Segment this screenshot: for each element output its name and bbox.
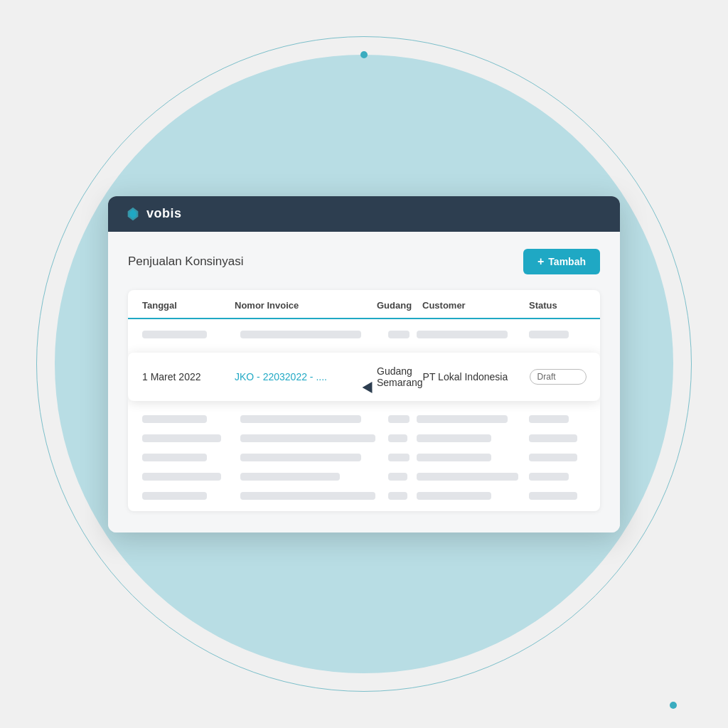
dot-bottom-icon [670,702,677,709]
skel [417,454,491,461]
skel [240,415,361,423]
skel [142,331,207,338]
skeleton-row-2 [142,410,586,429]
skeleton-row-1 [142,325,586,344]
col-customer: Customer [422,300,529,311]
col-tanggal: Tanggal [142,300,235,311]
page-title-row: Penjualan Konsinyasi + Tambah [128,249,600,274]
skel [142,434,221,442]
skel [240,492,375,500]
highlighted-wrapper: 1 Maret 2022 JKO - 22032022 - .... Gudan… [128,353,600,401]
add-button[interactable]: + Tambah [523,249,600,274]
add-button-label: Tambah [548,256,586,267]
skel [417,331,508,338]
skel [142,492,207,500]
skel [142,415,207,423]
logo-icon [125,206,141,222]
skel [240,473,340,481]
skeleton-below [128,404,600,511]
skel [388,454,410,461]
skel [240,454,361,461]
row-date: 1 Maret 2022 [142,371,235,382]
status-badge: Draft [530,369,587,385]
skel [388,331,410,338]
app-header: vobis [108,196,620,232]
page-title: Penjualan Konsinyasi [128,255,244,269]
app-window: vobis Penjualan Konsinyasi + Tambah Tang… [108,196,620,532]
skel [529,434,577,442]
col-gudang: Gudang [377,300,422,311]
skeleton-row-6 [142,486,586,505]
skel [388,434,407,442]
app-content: Penjualan Konsinyasi + Tambah Tanggal No… [108,232,620,532]
background-circle: vobis Penjualan Konsinyasi + Tambah Tang… [55,55,673,673]
skel [142,454,207,461]
skel [142,473,221,481]
skel [529,473,569,481]
table-header: Tanggal Nomor Invoice Gudang Customer St… [128,290,600,319]
row-customer: PT Lokal Indonesia [423,371,530,382]
dot-top-icon [360,51,368,58]
row-gudang: Gudang Semarang [377,365,423,388]
skel [417,492,491,500]
skel [417,473,518,481]
skel [529,454,577,461]
plus-icon: + [537,255,544,268]
skel [529,492,577,500]
skel [529,331,569,338]
skel [417,415,508,423]
skel [388,492,407,500]
table-row-highlighted[interactable]: 1 Maret 2022 JKO - 22032022 - .... Gudan… [128,353,600,401]
table-container: Tanggal Nomor Invoice Gudang Customer St… [128,290,600,511]
col-nomor-invoice: Nomor Invoice [235,300,377,311]
row-invoice[interactable]: JKO - 22032022 - .... [235,371,377,382]
skel [388,473,407,481]
skel [240,434,375,442]
skeleton-row-5 [142,467,586,486]
skel [388,415,410,423]
skel [417,434,491,442]
col-status: Status [529,300,586,311]
skel [240,331,361,338]
skeleton-row-4 [142,448,586,467]
app-logo-text: vobis [146,206,182,221]
skel [529,415,569,423]
skeleton-row-3 [142,429,586,448]
skeleton-above [128,319,600,350]
